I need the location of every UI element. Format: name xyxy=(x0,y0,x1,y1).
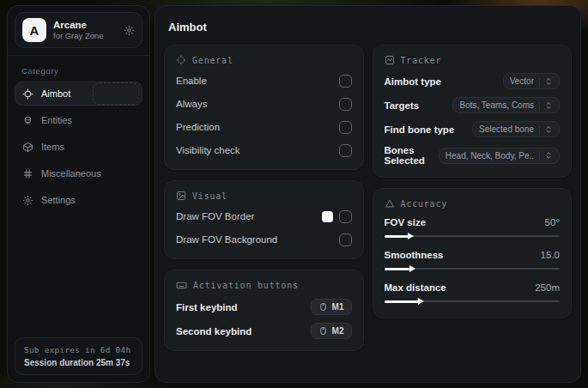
sidebar-item-settings[interactable]: Settings xyxy=(15,188,142,212)
card-title: Activation buttons xyxy=(193,281,299,290)
prediction-label: Prediction xyxy=(176,122,220,132)
page-title: Aimbot xyxy=(168,21,572,33)
dropdown-value: Bots, Teams, Coms xyxy=(459,100,534,110)
enable-checkbox[interactable] xyxy=(339,75,352,88)
session-duration-text: Session duration 25m 37s xyxy=(24,358,133,367)
aimbot-type-label: Aimbot type xyxy=(385,76,441,87)
draw-fov-border-label: Draw FOV Border xyxy=(176,211,254,221)
dropdown-value: Selected bone xyxy=(479,124,534,134)
bones-selected-label: Bones Selected xyxy=(385,145,439,166)
always-label: Always xyxy=(176,99,207,109)
activity-icon xyxy=(385,55,395,65)
sidebar-item-label: Settings xyxy=(41,195,76,205)
chevrons-up-down-icon xyxy=(539,77,553,86)
tracker-card: Tracker Aimbot type Vector Targets xyxy=(373,45,573,178)
card-title: General xyxy=(192,56,233,65)
sidebar-item-items[interactable]: Items xyxy=(15,135,142,159)
max-distance-setting: Max distance 250m xyxy=(385,282,561,306)
sub-expires-text: Sub expires in 6d 04h xyxy=(24,345,133,355)
sidebar-item-miscellaneous[interactable]: Miscellaneous xyxy=(15,161,142,185)
dropdown-value: Vector xyxy=(510,76,534,86)
chevrons-up-down-icon xyxy=(539,151,553,160)
ghost-artifact xyxy=(93,82,139,105)
chevrons-up-down-icon xyxy=(539,101,553,110)
fov-size-label: FOV size xyxy=(385,217,427,227)
second-keybind-button[interactable]: M2 xyxy=(311,323,352,339)
first-keybind-button[interactable]: M1 xyxy=(311,299,352,315)
entities-icon xyxy=(22,115,33,126)
category-label: Category xyxy=(21,66,136,76)
sidebar-item-label: Items xyxy=(41,142,64,152)
app-window: A Arcane for Gray Zone Category Aimbot xyxy=(7,5,581,383)
logo-section: A Arcane for Gray Zone xyxy=(8,6,149,56)
crosshair-icon xyxy=(22,88,33,100)
smoothness-setting: Smoothness 15.0 xyxy=(385,250,561,274)
max-distance-value: 250m xyxy=(535,282,560,293)
slider-thumb[interactable] xyxy=(418,298,424,305)
app-name: Arcane xyxy=(53,19,117,31)
keyboard-icon xyxy=(176,280,187,291)
always-checkbox[interactable] xyxy=(339,98,352,111)
targets-dropdown[interactable]: Bots, Teams, Coms xyxy=(452,97,560,113)
find-bone-type-label: Find bone type xyxy=(385,124,455,135)
app-subtitle: for Gray Zone xyxy=(53,31,117,41)
card-title: Accuracy xyxy=(401,199,448,209)
package-icon xyxy=(22,142,33,153)
gear-icon xyxy=(22,195,33,206)
mouse-icon xyxy=(318,326,328,336)
sidebar-item-aimbot[interactable]: Aimbot xyxy=(15,82,142,106)
sidebar: A Arcane for Gray Zone Category Aimbot xyxy=(7,5,150,383)
smoothness-value: 15.0 xyxy=(541,250,560,260)
sidebar-nav: Aimbot Entities Items Miscellaneous xyxy=(8,82,149,212)
settings-gear-icon[interactable] xyxy=(124,25,135,36)
app-logo: A xyxy=(22,18,46,42)
max-distance-slider[interactable] xyxy=(385,296,561,306)
second-keybind-label: Second keybind xyxy=(176,326,252,336)
smoothness-slider[interactable] xyxy=(385,264,561,274)
visibility-check-checkbox[interactable] xyxy=(339,144,352,157)
fov-size-slider[interactable] xyxy=(385,231,561,241)
prediction-checkbox[interactable] xyxy=(339,121,352,134)
triangle-icon xyxy=(385,198,395,209)
aimbot-type-dropdown[interactable]: Vector xyxy=(503,73,560,89)
slider-thumb[interactable] xyxy=(409,265,415,272)
main-panel: Aimbot General Enable Alw xyxy=(155,5,581,383)
fov-size-setting: FOV size 50° xyxy=(385,217,561,241)
right-column: Tracker Aimbot type Vector Targets xyxy=(373,45,573,351)
sidebar-item-label: Miscellaneous xyxy=(41,168,101,179)
card-title: Tracker xyxy=(401,56,442,65)
subscription-info: Sub expires in 6d 04h Session duration 2… xyxy=(15,337,142,375)
card-title: Visual xyxy=(192,191,227,201)
accuracy-card: Accuracy FOV size 50° xyxy=(373,188,573,318)
image-icon xyxy=(176,191,186,201)
app-title-block: Arcane for Gray Zone xyxy=(53,19,117,41)
first-keybind-label: First keybind xyxy=(176,302,238,312)
visual-card: Visual Draw FOV Border Draw FOV Backgrou… xyxy=(164,180,364,259)
dropdown-value: Head, Neck, Body, Pe.. xyxy=(446,151,534,161)
sidebar-item-entities[interactable]: Entities xyxy=(15,108,142,132)
general-card: General Enable Always Prediction xyxy=(164,45,364,170)
chevrons-up-down-icon xyxy=(539,125,553,134)
mouse-icon xyxy=(318,302,328,312)
sidebar-item-label: Aimbot xyxy=(41,88,70,99)
logo-card: A Arcane for Gray Zone xyxy=(15,12,142,48)
sidebar-item-label: Entities xyxy=(41,115,72,125)
activation-buttons-card: Activation buttons First keybind M1 Seco… xyxy=(164,270,364,351)
find-bone-type-dropdown[interactable]: Selected bone xyxy=(472,121,560,137)
draw-fov-border-checkbox[interactable] xyxy=(339,210,352,223)
draw-fov-background-label: Draw FOV Background xyxy=(176,234,277,245)
max-distance-label: Max distance xyxy=(385,282,446,293)
keybind-value: M1 xyxy=(332,302,344,312)
left-column: General Enable Always Prediction xyxy=(164,45,364,351)
fov-size-value: 50° xyxy=(545,217,560,227)
bones-selected-dropdown[interactable]: Head, Neck, Body, Pe.. xyxy=(439,148,560,164)
sliders-icon xyxy=(22,168,33,179)
enable-label: Enable xyxy=(176,76,207,86)
draw-fov-background-checkbox[interactable] xyxy=(339,233,352,246)
smoothness-label: Smoothness xyxy=(385,250,444,260)
slider-thumb[interactable] xyxy=(408,233,414,239)
targets-label: Targets xyxy=(385,100,420,111)
crosshair-icon xyxy=(176,55,186,65)
fov-border-color-swatch[interactable] xyxy=(322,211,333,222)
keybind-value: M2 xyxy=(332,326,344,336)
